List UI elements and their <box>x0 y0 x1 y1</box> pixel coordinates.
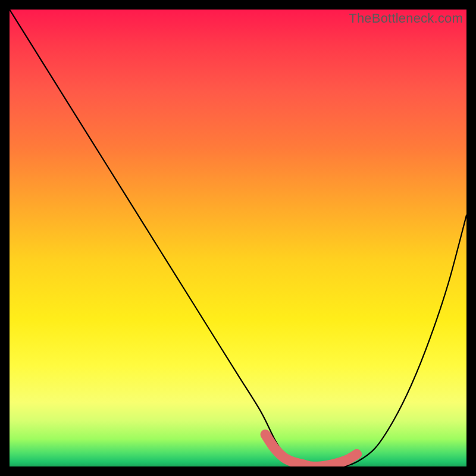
chart-svg <box>10 10 466 466</box>
curve-line <box>10 10 466 466</box>
watermark-text: TheBottleneck.com <box>349 11 463 26</box>
plot-area: TheBottleneck.com <box>10 10 466 466</box>
highlight-band <box>265 434 357 466</box>
chart-frame: TheBottleneck.com <box>0 0 476 476</box>
